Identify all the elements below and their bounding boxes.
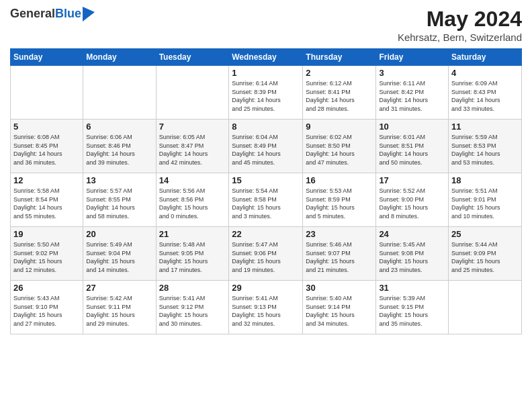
day-info: Sunrise: 6:08 AM Sunset: 8:45 PM Dayligh… [13,133,80,167]
day-number: 21 [159,229,226,239]
table-row: 24Sunrise: 5:45 AM Sunset: 9:08 PM Dayli… [376,227,449,281]
day-number: 24 [379,229,445,239]
day-info: Sunrise: 5:46 AM Sunset: 9:07 PM Dayligh… [306,240,373,274]
day-info: Sunrise: 5:48 AM Sunset: 9:05 PM Dayligh… [159,240,226,274]
table-row [83,66,156,120]
logo-blue: Blue [55,7,81,20]
calendar-week-row: 5Sunrise: 6:08 AM Sunset: 8:45 PM Daylig… [11,120,522,173]
table-row: 28Sunrise: 5:41 AM Sunset: 9:12 PM Dayli… [156,281,229,334]
day-info: Sunrise: 5:41 AM Sunset: 9:13 PM Dayligh… [232,294,300,328]
header: GeneralBlue May 2024 Kehrsatz, Bern, Swi… [10,7,522,43]
table-row [449,281,522,334]
table-row: 21Sunrise: 5:48 AM Sunset: 9:05 PM Dayli… [156,227,229,281]
table-row [156,66,229,120]
table-row: 17Sunrise: 5:52 AM Sunset: 9:00 PM Dayli… [376,173,449,227]
day-number: 5 [13,122,80,132]
day-number: 29 [232,283,300,293]
day-number: 11 [451,122,519,132]
table-row: 20Sunrise: 5:49 AM Sunset: 9:04 PM Dayli… [83,227,156,281]
day-number: 4 [451,68,519,78]
day-number: 1 [232,68,300,78]
table-row: 31Sunrise: 5:39 AM Sunset: 9:15 PM Dayli… [376,281,449,334]
page: GeneralBlue May 2024 Kehrsatz, Bern, Swi… [0,0,532,411]
day-info: Sunrise: 5:58 AM Sunset: 8:54 PM Dayligh… [13,187,80,220]
table-row: 4Sunrise: 6:09 AM Sunset: 8:43 PM Daylig… [449,66,522,120]
day-info: Sunrise: 6:11 AM Sunset: 8:42 PM Dayligh… [379,79,445,113]
day-info: Sunrise: 5:57 AM Sunset: 8:55 PM Dayligh… [86,187,152,220]
table-row: 25Sunrise: 5:44 AM Sunset: 9:09 PM Dayli… [449,227,522,281]
title-block: May 2024 Kehrsatz, Bern, Switzerland [398,7,522,43]
day-info: Sunrise: 6:14 AM Sunset: 8:39 PM Dayligh… [232,79,300,113]
day-info: Sunrise: 6:12 AM Sunset: 8:41 PM Dayligh… [306,79,373,113]
day-info: Sunrise: 5:41 AM Sunset: 9:12 PM Dayligh… [159,294,226,328]
day-info: Sunrise: 6:01 AM Sunset: 8:51 PM Dayligh… [379,133,445,167]
day-number: 13 [86,175,152,185]
table-row: 23Sunrise: 5:46 AM Sunset: 9:07 PM Dayli… [303,227,376,281]
table-row: 16Sunrise: 5:53 AM Sunset: 8:59 PM Dayli… [303,173,376,227]
table-row: 10Sunrise: 6:01 AM Sunset: 8:51 PM Dayli… [376,120,449,173]
table-row: 29Sunrise: 5:41 AM Sunset: 9:13 PM Dayli… [229,281,303,334]
day-number: 15 [232,175,300,185]
logo-text: GeneralBlue [10,7,81,21]
day-info: Sunrise: 6:06 AM Sunset: 8:46 PM Dayligh… [86,133,152,167]
col-sunday: Sunday [11,49,83,66]
table-row: 13Sunrise: 5:57 AM Sunset: 8:55 PM Dayli… [83,173,156,227]
logo-icon [83,7,95,21]
day-info: Sunrise: 6:02 AM Sunset: 8:50 PM Dayligh… [306,133,373,167]
calendar-week-row: 1Sunrise: 6:14 AM Sunset: 8:39 PM Daylig… [11,66,522,120]
calendar-table: Sunday Monday Tuesday Wednesday Thursday… [10,48,522,334]
logo-general: General [10,7,55,20]
table-row: 2Sunrise: 6:12 AM Sunset: 8:41 PM Daylig… [303,66,376,120]
day-info: Sunrise: 5:43 AM Sunset: 9:10 PM Dayligh… [13,294,80,328]
subtitle: Kehrsatz, Bern, Switzerland [398,32,522,43]
col-saturday: Saturday [449,49,522,66]
day-info: Sunrise: 5:59 AM Sunset: 8:53 PM Dayligh… [451,133,519,167]
day-info: Sunrise: 5:44 AM Sunset: 9:09 PM Dayligh… [451,240,519,274]
table-row [11,66,83,120]
table-row: 18Sunrise: 5:51 AM Sunset: 9:01 PM Dayli… [449,173,522,227]
day-info: Sunrise: 5:52 AM Sunset: 9:00 PM Dayligh… [379,187,445,220]
day-number: 31 [379,283,445,293]
day-number: 27 [86,283,152,293]
day-info: Sunrise: 5:42 AM Sunset: 9:11 PM Dayligh… [86,294,152,328]
day-info: Sunrise: 5:45 AM Sunset: 9:08 PM Dayligh… [379,240,445,274]
day-info: Sunrise: 5:49 AM Sunset: 9:04 PM Dayligh… [86,240,152,274]
table-row: 30Sunrise: 5:40 AM Sunset: 9:14 PM Dayli… [303,281,376,334]
day-info: Sunrise: 5:47 AM Sunset: 9:06 PM Dayligh… [232,240,300,274]
day-info: Sunrise: 5:39 AM Sunset: 9:15 PM Dayligh… [379,294,445,328]
table-row: 9Sunrise: 6:02 AM Sunset: 8:50 PM Daylig… [303,120,376,173]
table-row: 11Sunrise: 5:59 AM Sunset: 8:53 PM Dayli… [449,120,522,173]
day-info: Sunrise: 5:50 AM Sunset: 9:02 PM Dayligh… [13,240,80,274]
day-number: 7 [159,122,226,132]
svg-marker-0 [83,7,95,21]
table-row: 3Sunrise: 6:11 AM Sunset: 8:42 PM Daylig… [376,66,449,120]
calendar-header-row: Sunday Monday Tuesday Wednesday Thursday… [11,49,522,66]
day-number: 10 [379,122,445,132]
calendar-week-row: 26Sunrise: 5:43 AM Sunset: 9:10 PM Dayli… [11,281,522,334]
calendar-week-row: 19Sunrise: 5:50 AM Sunset: 9:02 PM Dayli… [11,227,522,281]
day-info: Sunrise: 5:40 AM Sunset: 9:14 PM Dayligh… [306,294,373,328]
day-number: 25 [451,229,519,239]
day-number: 22 [232,229,300,239]
day-info: Sunrise: 5:56 AM Sunset: 8:56 PM Dayligh… [159,187,226,220]
logo: GeneralBlue [10,7,95,21]
table-row: 12Sunrise: 5:58 AM Sunset: 8:54 PM Dayli… [11,173,83,227]
day-number: 23 [306,229,373,239]
col-monday: Monday [83,49,156,66]
day-number: 30 [306,283,373,293]
calendar-week-row: 12Sunrise: 5:58 AM Sunset: 8:54 PM Dayli… [11,173,522,227]
day-number: 16 [306,175,373,185]
day-info: Sunrise: 6:05 AM Sunset: 8:47 PM Dayligh… [159,133,226,167]
table-row: 19Sunrise: 5:50 AM Sunset: 9:02 PM Dayli… [11,227,83,281]
col-wednesday: Wednesday [229,49,303,66]
day-info: Sunrise: 5:53 AM Sunset: 8:59 PM Dayligh… [306,187,373,220]
day-number: 8 [232,122,300,132]
day-number: 14 [159,175,226,185]
table-row: 5Sunrise: 6:08 AM Sunset: 8:45 PM Daylig… [11,120,83,173]
table-row: 26Sunrise: 5:43 AM Sunset: 9:10 PM Dayli… [11,281,83,334]
day-info: Sunrise: 5:51 AM Sunset: 9:01 PM Dayligh… [451,187,519,220]
day-number: 12 [13,175,80,185]
day-number: 18 [451,175,519,185]
col-tuesday: Tuesday [156,49,229,66]
col-thursday: Thursday [303,49,376,66]
